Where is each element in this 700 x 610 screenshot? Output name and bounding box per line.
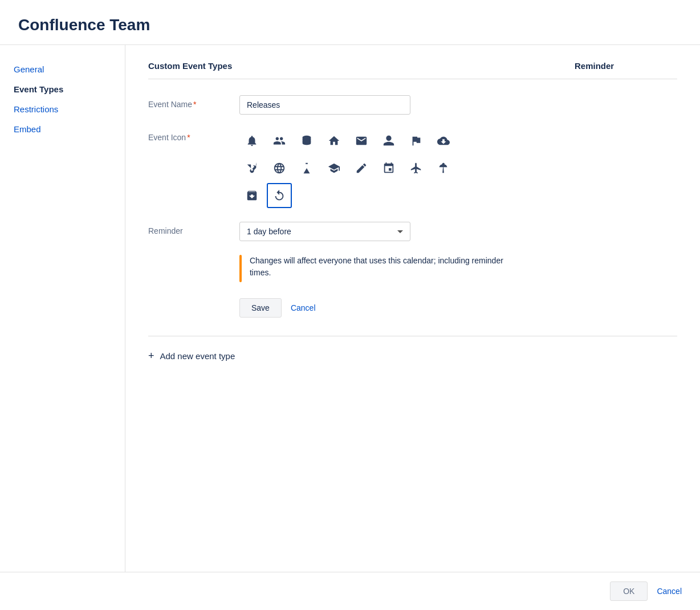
person-icon-cell[interactable]: [376, 128, 401, 153]
reminder-select[interactable]: No reminderOn the day1 day before2 days …: [239, 222, 410, 241]
bell-icon-cell[interactable]: [239, 128, 264, 153]
reminder-column-label: Reminder: [575, 61, 677, 71]
home-icon-cell[interactable]: [321, 128, 347, 153]
sidebar: GeneralEvent TypesRestrictionsEmbed: [0, 45, 125, 598]
cancel-footer-button[interactable]: Cancel: [657, 587, 682, 596]
add-icon: +: [148, 350, 154, 362]
database-icon-cell[interactable]: [294, 128, 319, 153]
page-footer: OK Cancel: [0, 572, 700, 610]
flag-icon-cell[interactable]: [404, 128, 429, 153]
palm-icon-cell[interactable]: [431, 156, 456, 181]
people-icon-cell[interactable]: [267, 128, 292, 153]
warning-bar: [239, 255, 242, 282]
reminder-label: Reminder: [148, 222, 239, 235]
reminder-row: Reminder No reminderOn the day1 day befo…: [148, 222, 677, 241]
page-title: Confluence Team: [18, 16, 682, 34]
event-name-label: Event Name*: [148, 95, 239, 109]
add-event-type-row[interactable]: + Add new event type: [148, 336, 677, 362]
sidebar-item-restrictions[interactable]: Restrictions: [14, 101, 111, 117]
layout: GeneralEvent TypesRestrictionsEmbed Cust…: [0, 45, 700, 598]
event-icon-row: Event Icon*: [148, 128, 677, 208]
pencil-icon-cell[interactable]: [349, 156, 374, 181]
add-event-type-label: Add new event type: [160, 351, 235, 361]
page-header: Confluence Team: [0, 0, 700, 45]
event-icon-label: Event Icon*: [148, 128, 239, 142]
form-actions: Save Cancel: [239, 298, 677, 318]
cancel-form-button[interactable]: Cancel: [291, 303, 316, 312]
flask-icon-cell[interactable]: [294, 156, 319, 181]
main-content: Custom Event Types Reminder Event Name* …: [125, 45, 700, 598]
required-star: *: [193, 100, 196, 109]
cocktail-icon-cell[interactable]: [239, 156, 264, 181]
mail-icon-cell[interactable]: [349, 128, 374, 153]
section-header: Custom Event Types Reminder: [148, 61, 677, 79]
warning-text: Changes will affect everyone that uses t…: [250, 255, 524, 279]
icon-grid: [239, 128, 456, 208]
section-title: Custom Event Types: [148, 61, 575, 71]
ok-button[interactable]: OK: [610, 581, 648, 601]
save-button[interactable]: Save: [239, 298, 282, 318]
event-name-input[interactable]: [239, 95, 410, 115]
sidebar-item-general[interactable]: General: [14, 61, 111, 78]
sidebar-item-embed[interactable]: Embed: [14, 121, 111, 137]
required-star-icon: *: [187, 133, 190, 142]
archive-icon-cell[interactable]: [239, 183, 264, 208]
graduation-icon-cell[interactable]: [321, 156, 347, 181]
release-icon-cell[interactable]: [267, 183, 292, 208]
event-name-row: Event Name*: [148, 95, 677, 115]
calendar-icon-cell[interactable]: [376, 156, 401, 181]
warning-box: Changes will affect everyone that uses t…: [239, 255, 524, 282]
basketball-icon-cell[interactable]: [267, 156, 292, 181]
reminder-select-wrapper: No reminderOn the day1 day before2 days …: [239, 222, 410, 241]
cloud-icon-cell[interactable]: [431, 128, 456, 153]
sidebar-item-event-types[interactable]: Event Types: [14, 81, 111, 97]
plane-icon-cell[interactable]: [404, 156, 429, 181]
